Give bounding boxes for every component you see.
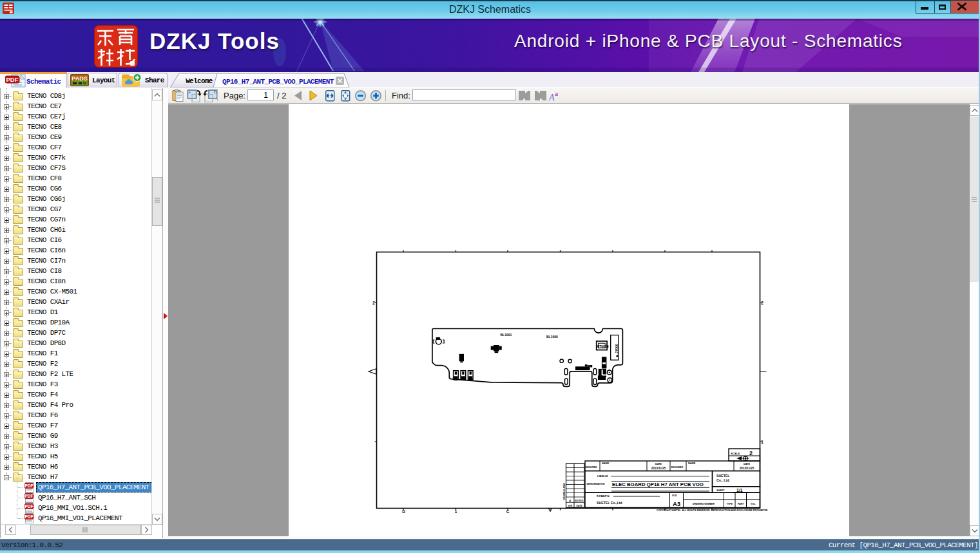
svg-text:DATE: DATE (655, 463, 662, 465)
svg-text:BL1001: BL1001 (501, 333, 512, 337)
svg-text:QP16_H7_ANT_PCB_VOO_PLACEMENT: QP16_H7_ANT_PCB_VOO_PLACEMENT (222, 78, 334, 86)
svg-text:DATE: DATE (744, 463, 751, 465)
svg-text:2: 2 (749, 450, 753, 456)
svg-text:LIBELLE: LIBELLE (597, 474, 608, 478)
svg-text:C: C (506, 509, 510, 514)
svg-text:DATE: DATE (577, 505, 583, 507)
svg-text:DENOMINATION: DENOMINATION (587, 483, 605, 485)
svg-text:A: A (548, 93, 555, 102)
svg-text:DESIGNED: DESIGNED (671, 466, 684, 469)
svg-text:BL1000: BL1000 (546, 335, 558, 339)
svg-text:COPYRIGHT SHETEL. ALL RIGHTS R: COPYRIGHT SHETEL. ALL RIGHTS RESERVED. R… (657, 509, 768, 512)
svg-text:NAME: NAME (688, 462, 696, 465)
svg-text:SCALE: SCALE (731, 452, 740, 455)
svg-text:PART: PART (738, 503, 744, 505)
svg-text:PDF: PDF (25, 514, 34, 519)
svg-text:MT000: MT000 (597, 344, 607, 348)
svg-text:SHEET: SHEET (716, 489, 725, 492)
svg-text:VOL.: VOL. (751, 503, 756, 505)
svg-text:SHETEL Co.,Ltd: SHETEL Co.,Ltd (597, 501, 622, 505)
svg-text:PDF: PDF (25, 483, 34, 488)
svg-text:PADS: PADS (72, 75, 87, 82)
svg-text:MODIFIED: MODIFIED (586, 466, 597, 469)
svg-text:SIZE: SIZE (672, 494, 677, 497)
svg-text:D: D (402, 509, 405, 514)
svg-text:DRAWING ASM: DRAWING ASM (563, 483, 566, 500)
svg-text:DRAWING NUMBER: DRAWING NUMBER (693, 503, 715, 505)
svg-text:PDF: PDF (6, 76, 19, 83)
svg-text:EDITED: EDITED (575, 500, 584, 502)
svg-text:SHETEL: SHETEL (716, 474, 730, 478)
svg-text:J7000: J7000 (615, 344, 619, 353)
svg-text:TYPE: TYPE (727, 503, 733, 505)
svg-text:R.FAB/P.N.: R.FAB/P.N. (597, 494, 610, 498)
svg-text:2013/11/25: 2013/11/25 (740, 467, 754, 470)
svg-text:VER: VER (568, 505, 573, 507)
svg-text:Co., Ltd.: Co., Ltd. (716, 478, 730, 482)
svg-text:A3: A3 (673, 500, 680, 507)
svg-text:a: a (555, 90, 558, 97)
svg-text:Welcome: Welcome (186, 77, 213, 85)
svg-text:1: 1 (455, 509, 457, 514)
svg-text:NAME: NAME (602, 462, 610, 465)
svg-text:PDF: PDF (25, 504, 34, 509)
svg-text:ELEC BOARD QP16 H7 ANT PCB VOO: ELEC BOARD QP16 H7 ANT PCB VOO (612, 482, 704, 487)
svg-text:2013/11/25: 2013/11/25 (651, 467, 666, 470)
svg-text:A: A (569, 499, 571, 502)
svg-text:PDF: PDF (25, 494, 34, 498)
svg-text:2: 2 (372, 301, 375, 305)
svg-text:1/1: 1/1 (736, 488, 743, 492)
